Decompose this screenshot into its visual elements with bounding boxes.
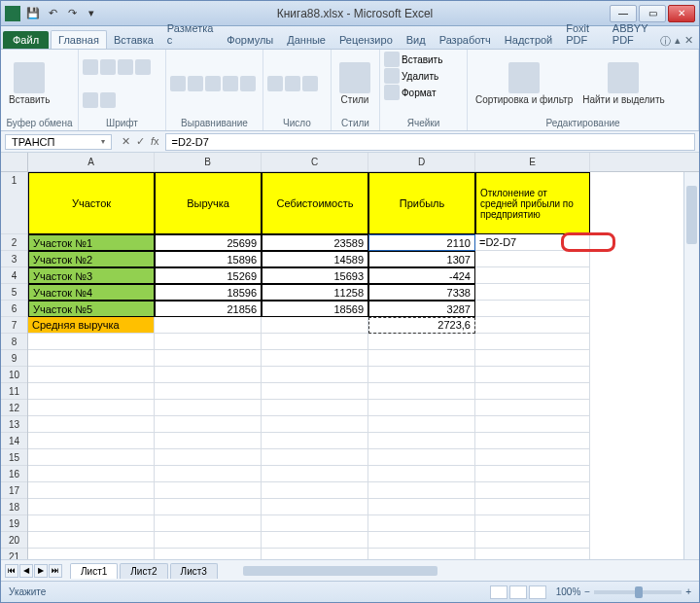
cell[interactable] <box>262 416 368 433</box>
cell[interactable] <box>28 367 155 383</box>
cell[interactable]: Участок №1 <box>28 234 155 251</box>
tab-formulas[interactable]: Формулы <box>220 31 280 49</box>
cell[interactable]: 11258 <box>262 284 368 301</box>
cell[interactable] <box>155 350 262 367</box>
row-header[interactable]: 18 <box>1 499 27 515</box>
cell[interactable]: Участок №2 <box>28 251 155 267</box>
select-all-corner[interactable] <box>1 153 27 172</box>
cell[interactable] <box>368 499 475 515</box>
sheet-tab[interactable]: Лист1 <box>70 563 118 579</box>
sheet-nav-prev-icon[interactable]: ◀ <box>19 564 33 578</box>
redo-icon[interactable]: ↷ <box>63 5 81 22</box>
find-select-button[interactable]: Найти и выделить <box>578 60 668 107</box>
row-header[interactable]: 3 <box>1 251 27 267</box>
view-layout-icon[interactable] <box>509 585 527 599</box>
cell[interactable] <box>155 499 262 515</box>
cell[interactable] <box>368 532 475 549</box>
zoom-slider[interactable] <box>594 590 682 594</box>
cell[interactable]: 15693 <box>262 267 368 284</box>
delete-cells-icon[interactable] <box>384 68 400 84</box>
row-header[interactable]: 1 <box>1 172 27 234</box>
cell[interactable] <box>262 532 368 549</box>
cell[interactable] <box>475 334 590 350</box>
cell[interactable] <box>155 466 262 482</box>
name-box[interactable]: ТРАНСП▾ <box>5 134 112 150</box>
cell[interactable] <box>475 416 590 433</box>
header-cell[interactable]: Отклонение от средней прибыли по предпри… <box>475 172 590 234</box>
cell[interactable] <box>28 449 155 466</box>
doc-close-icon[interactable]: ✕ <box>684 34 693 49</box>
cell[interactable]: Участок №3 <box>28 267 155 284</box>
horizontal-scrollbar[interactable] <box>229 564 695 578</box>
cell[interactable] <box>262 549 368 559</box>
col-header[interactable]: B <box>155 153 262 171</box>
cell[interactable] <box>155 532 262 549</box>
file-tab[interactable]: Файл <box>3 31 49 49</box>
cell[interactable] <box>368 400 475 416</box>
zoom-out-icon[interactable]: − <box>584 586 590 597</box>
row-header[interactable]: 15 <box>1 449 27 466</box>
header-cell[interactable]: Участок <box>28 172 155 234</box>
cell[interactable]: -424 <box>368 267 475 284</box>
insert-cells-icon[interactable] <box>384 52 400 67</box>
cell[interactable] <box>155 449 262 466</box>
cell[interactable] <box>475 301 590 317</box>
cell[interactable] <box>368 367 475 383</box>
cell[interactable] <box>368 515 475 532</box>
col-header[interactable]: A <box>28 153 155 171</box>
sort-filter-button[interactable]: Сортировка и фильтр <box>472 60 577 107</box>
cell[interactable] <box>262 482 368 499</box>
tab-developer[interactable]: Разработч <box>433 31 498 49</box>
qat-dropdown-icon[interactable]: ▾ <box>83 5 100 22</box>
row-header[interactable]: 11 <box>1 383 27 400</box>
vertical-scrollbar[interactable] <box>683 172 699 559</box>
cell[interactable] <box>155 367 262 383</box>
sheet-nav-next-icon[interactable]: ▶ <box>34 564 48 578</box>
cell[interactable] <box>262 334 368 350</box>
view-normal-icon[interactable] <box>490 585 508 599</box>
row-header[interactable]: 7 <box>1 317 27 334</box>
enter-formula-icon[interactable]: ✓ <box>136 135 145 148</box>
cell[interactable] <box>262 367 368 383</box>
cell[interactable]: 25699 <box>155 234 262 251</box>
tab-insert[interactable]: Вставка <box>107 31 160 49</box>
row-header[interactable]: 10 <box>1 367 27 383</box>
cell[interactable] <box>475 466 590 482</box>
cell[interactable]: 7338 <box>368 284 475 301</box>
cell[interactable] <box>368 482 475 499</box>
tab-addins[interactable]: Надстрой <box>498 31 559 49</box>
cell[interactable]: 18596 <box>155 284 262 301</box>
comma-icon[interactable] <box>302 76 318 91</box>
row-header[interactable]: 14 <box>1 433 27 449</box>
col-header[interactable]: D <box>368 153 475 171</box>
cell[interactable] <box>475 317 590 334</box>
row-header[interactable]: 17 <box>1 482 27 499</box>
tab-home[interactable]: Главная <box>51 30 107 49</box>
cell[interactable] <box>475 251 590 267</box>
cell[interactable] <box>155 383 262 400</box>
cell[interactable]: Участок №5 <box>28 301 155 317</box>
bold-icon[interactable] <box>83 59 98 75</box>
cell[interactable] <box>368 433 475 449</box>
row-header[interactable]: 21 <box>1 549 27 559</box>
cell[interactable] <box>262 433 368 449</box>
save-icon[interactable]: 💾 <box>24 5 42 22</box>
fill-icon[interactable] <box>83 92 98 108</box>
cell[interactable] <box>262 449 368 466</box>
header-cell[interactable]: Выручка <box>155 172 262 234</box>
cell[interactable] <box>155 416 262 433</box>
cell[interactable] <box>368 549 475 559</box>
cell[interactable]: =D2-D7 <box>475 234 590 251</box>
cell[interactable] <box>475 433 590 449</box>
merge-icon[interactable] <box>240 76 256 91</box>
row-header[interactable]: 16 <box>1 466 27 482</box>
border-icon[interactable] <box>135 59 151 75</box>
row-header[interactable]: 19 <box>1 515 27 532</box>
tab-review[interactable]: Рецензиро <box>332 31 400 49</box>
cell[interactable]: 15896 <box>155 251 262 267</box>
cell[interactable] <box>262 350 368 367</box>
cell[interactable] <box>155 482 262 499</box>
sheet-tab[interactable]: Лист2 <box>120 563 167 579</box>
cell[interactable] <box>28 433 155 449</box>
cancel-formula-icon[interactable]: ✕ <box>122 135 130 148</box>
